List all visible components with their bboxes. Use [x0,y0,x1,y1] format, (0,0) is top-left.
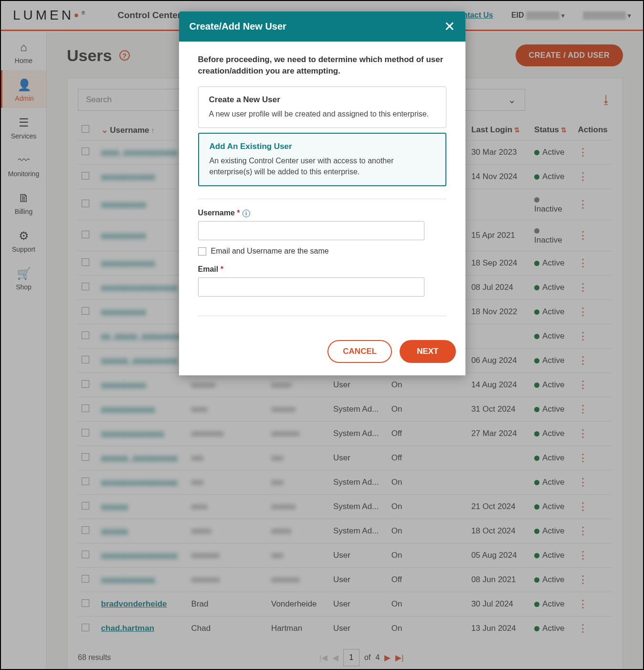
username-input[interactable] [198,221,424,240]
email-input[interactable] [198,277,424,297]
option-add-existing-user[interactable]: Add An Existing User An existing Control… [198,133,446,186]
info-icon[interactable]: i [243,210,250,217]
username-label: Username *i [198,209,446,217]
cancel-button[interactable]: CANCEL [327,340,392,363]
modal-title: Create/Add New User [190,21,286,32]
same-email-checkbox[interactable] [198,247,206,255]
email-label: Email * [198,265,446,274]
create-user-modal: Create/Add New User ✕ Before proceeding,… [179,11,465,375]
next-button[interactable]: NEXT [400,340,455,363]
modal-intro: Before proceeding, we need to determine … [198,54,446,77]
option-create-new-user[interactable]: Create a New User A new user profile wil… [198,86,446,128]
close-icon[interactable]: ✕ [444,19,455,34]
